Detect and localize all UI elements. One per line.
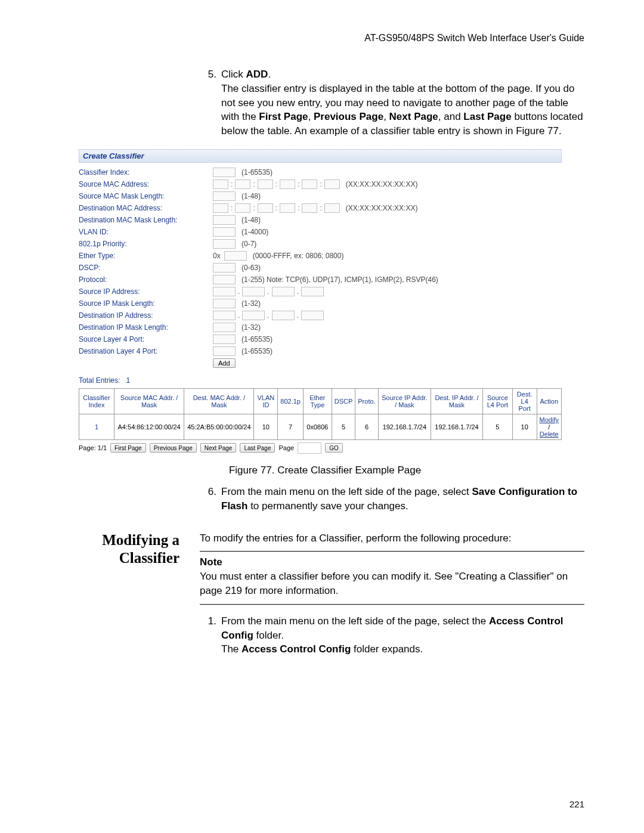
dst-ip-oct[interactable]: [301, 311, 324, 320]
dst-ip-oct[interactable]: [213, 311, 236, 320]
th-action: Action: [537, 388, 561, 414]
add-button[interactable]: Add: [213, 358, 236, 368]
text: .: [268, 69, 271, 80]
text: , and: [438, 111, 464, 122]
dst-l4-input[interactable]: [213, 346, 236, 356]
label-dst-ip-mask: Destination IP Mask Length:: [79, 323, 213, 332]
hint: (0000-FFFF, ex: 0806; 0800): [253, 252, 344, 260]
protocol-input[interactable]: [213, 275, 236, 284]
kw: Access Control Config: [242, 643, 351, 655]
text: ,: [383, 111, 389, 122]
dst-mac-oct[interactable]: [235, 203, 250, 213]
8021p-input[interactable]: [213, 239, 236, 249]
text: folder.: [253, 630, 284, 641]
src-ip-oct[interactable]: [213, 287, 236, 296]
text: From the main menu on the left side of t…: [221, 615, 489, 627]
delete-link[interactable]: Delete: [540, 431, 559, 438]
src-mac-oct[interactable]: [213, 179, 228, 189]
heading-line2: Classifier: [119, 550, 179, 566]
section-heading: Modifying a Classifier: [66, 531, 200, 661]
th-dscp: DSCP: [332, 388, 355, 414]
cell-proto: 6: [355, 414, 378, 439]
hint: (1-48): [242, 216, 261, 224]
th-eth: Ether Type: [304, 388, 332, 414]
cell-idx: 1: [79, 414, 114, 439]
dst-mac-oct[interactable]: [258, 203, 273, 213]
dst-mac-oct[interactable]: [324, 203, 340, 213]
sep: /: [548, 423, 550, 431]
src-ip-mask-input[interactable]: [213, 299, 236, 308]
figure-caption: Figure 77. Create Classifier Example Pag…: [66, 465, 584, 476]
section-intro: To modify the entries for a Classifier, …: [200, 531, 584, 546]
text: folder expands.: [351, 643, 423, 655]
classifier-index-input[interactable]: [213, 168, 236, 177]
figure-title: Create Classifier: [79, 149, 562, 163]
ether-prefix: 0x: [213, 252, 221, 260]
th-8021p: 802.1p: [278, 388, 304, 414]
hint: (1-65535): [242, 335, 273, 343]
label-src-ip: Source IP Address:: [79, 287, 213, 296]
previous-page-button[interactable]: Previous Page: [150, 443, 197, 453]
kw: Next Page: [389, 111, 438, 122]
divider: [200, 551, 584, 552]
figure-create-classifier: Create Classifier Classifier Index:(1-65…: [79, 149, 562, 454]
step-number: 5.: [200, 67, 221, 138]
step-text: From the main menu on the left side of t…: [221, 614, 584, 657]
dst-ip-mask-input[interactable]: [213, 323, 236, 332]
cell-sip: 192.168.1.7/24: [378, 414, 431, 439]
src-mac-oct[interactable]: [280, 179, 295, 189]
kw: Previous Page: [314, 111, 383, 122]
cell-action: Modify / Delete: [537, 414, 561, 439]
cell-dmac: 45:2A:B5:00:00:00/24: [184, 414, 254, 439]
hint: (1-65535): [242, 168, 273, 176]
dst-mac-oct[interactable]: [302, 203, 317, 213]
label-ether-type: Ether Type:: [79, 252, 213, 260]
src-ip-oct[interactable]: [301, 287, 324, 296]
text: Click: [221, 69, 246, 80]
dst-ip-oct[interactable]: [242, 311, 265, 320]
first-page-button[interactable]: First Page: [110, 443, 146, 453]
dst-mac-oct[interactable]: [213, 203, 228, 213]
last-page-button[interactable]: Last Page: [240, 443, 275, 453]
dst-mac-mask-input[interactable]: [213, 215, 236, 225]
pager: Page: 1/1 First Page Previous Page Next …: [79, 442, 562, 454]
modify-link[interactable]: Modify: [540, 416, 559, 423]
text: ,: [308, 111, 314, 122]
dst-mac-oct[interactable]: [280, 203, 295, 213]
kw: First Page: [259, 111, 308, 122]
step-number: 1.: [200, 614, 221, 657]
hint: (1-32): [242, 299, 261, 308]
src-mac-oct[interactable]: [302, 179, 317, 189]
src-l4-input[interactable]: [213, 335, 236, 344]
src-mac-oct[interactable]: [258, 179, 273, 189]
kw: Last Page: [463, 111, 511, 122]
label-8021p: 802.1p Priority:: [79, 240, 213, 248]
src-mac-oct[interactable]: [324, 179, 340, 189]
next-page-button[interactable]: Next Page: [200, 443, 237, 453]
ether-type-input[interactable]: [224, 251, 247, 261]
dst-ip-oct[interactable]: [272, 311, 295, 320]
label-dscp: DSCP:: [79, 264, 213, 272]
cell-vlan: 10: [254, 414, 278, 439]
dscp-input[interactable]: [213, 263, 236, 272]
label-dst-ip: Destination IP Address:: [79, 311, 213, 320]
th-dip: Dest. IP Addr. / Mask: [431, 388, 483, 414]
note-heading: Note: [200, 555, 584, 569]
heading-line1: Modifying a: [102, 532, 179, 548]
cell-dl4: 10: [512, 414, 537, 439]
step-6: 6. From the main menu on the left side o…: [200, 485, 584, 513]
src-mac-oct[interactable]: [235, 179, 250, 189]
src-mac-mask-input[interactable]: [213, 191, 236, 201]
go-button[interactable]: GO: [325, 443, 343, 453]
step-5: 5. Click ADD. The classifier entry is di…: [200, 67, 584, 138]
cell-smac: A4:54:86:12:00:00/24: [114, 414, 184, 439]
th-dl4: Dest. L4 Port: [512, 388, 537, 414]
hint: (XX:XX:XX:XX:XX:XX): [346, 180, 418, 188]
total-entries: Total Entries: 1: [79, 376, 562, 385]
label-src-mac: Source MAC Address:: [79, 180, 213, 188]
hint: (XX:XX:XX:XX:XX:XX): [346, 204, 418, 212]
src-ip-oct[interactable]: [242, 287, 265, 296]
src-ip-oct[interactable]: [272, 287, 295, 296]
vlan-id-input[interactable]: [213, 227, 236, 237]
page-input[interactable]: [298, 442, 321, 454]
